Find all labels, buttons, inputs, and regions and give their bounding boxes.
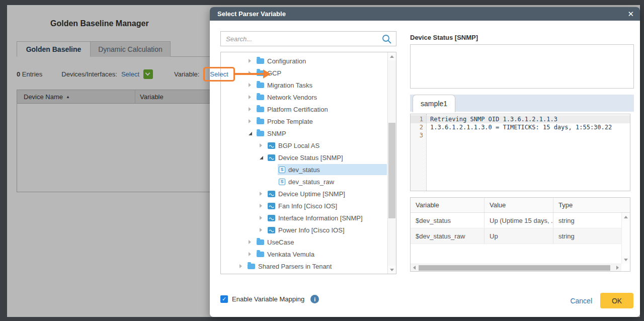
- variable-icon: [279, 167, 285, 173]
- tree-item-snmp[interactable]: SNMP: [221, 127, 387, 139]
- tree-item-migration-tasks[interactable]: Migration Tasks: [221, 79, 387, 91]
- expand-toggle-icon[interactable]: [249, 107, 256, 111]
- enable-mapping-label: Enable Variable Mapping: [232, 295, 304, 303]
- code-line: 1.3.6.1.2.1.1.3.0 = TIMETICKS: 15 days, …: [427, 123, 630, 131]
- variable-row[interactable]: $dev_statusUp (Uptime 15 days, ...string: [411, 213, 630, 228]
- tree-item-usecase[interactable]: UseCase: [221, 236, 387, 248]
- cancel-button[interactable]: Cancel: [570, 297, 592, 305]
- close-icon[interactable]: ✕: [627, 7, 634, 21]
- scroll-down-icon[interactable]: [622, 256, 630, 264]
- expand-toggle-icon[interactable]: [249, 240, 256, 244]
- tree-item-label: Configuration: [267, 57, 306, 65]
- tree-item-label: Network Vendors: [267, 94, 317, 101]
- parser-icon: [268, 227, 275, 233]
- tree-scrollbar[interactable]: [387, 52, 396, 274]
- tree-item-dev-status[interactable]: dev_status: [221, 164, 387, 176]
- search-icon[interactable]: [381, 34, 392, 47]
- tree-item-device-uptime-snmp-[interactable]: Device Uptime [SNMP]: [221, 188, 387, 200]
- tree-item-label: Device Status [SNMP]: [278, 154, 343, 162]
- type-cell: string: [553, 228, 614, 244]
- select-parser-variable-dialog: Select Parser Variable ✕ ConfigurationGC…: [210, 7, 640, 317]
- expand-toggle-icon[interactable]: [249, 95, 256, 99]
- tree-item-label: Probe Template: [267, 118, 313, 125]
- expand-toggle-icon[interactable]: [260, 192, 267, 196]
- parser-icon: [268, 154, 275, 161]
- scroll-left-icon[interactable]: [411, 264, 418, 271]
- tree-item-label: Interface Information [SNMP]: [278, 214, 363, 222]
- parser-description-box[interactable]: [410, 44, 634, 89]
- sample-code-editor[interactable]: 123 Retrieving SNMP OID 1.3.6.1.2.1.1.31…: [410, 114, 630, 191]
- parser-icon: [268, 215, 275, 221]
- code-lines[interactable]: Retrieving SNMP OID 1.3.6.1.2.1.1.31.3.6…: [427, 114, 630, 191]
- tree-item-network-vendors[interactable]: Network Vendors: [221, 91, 387, 103]
- column-value[interactable]: Value: [485, 198, 553, 212]
- value-cell: Up: [485, 228, 553, 244]
- tree-item-label: Fan Info [Cisco IOS]: [278, 202, 337, 210]
- expand-toggle-icon[interactable]: [239, 264, 247, 268]
- column-type[interactable]: Type: [553, 198, 614, 212]
- folder-icon: [248, 264, 255, 269]
- tree-item-device-status-snmp-[interactable]: Device Status [SNMP]: [221, 151, 387, 164]
- expand-toggle-icon[interactable]: [260, 216, 267, 220]
- variables-table-hscrollbar[interactable]: [411, 264, 621, 271]
- tree-item-label: BGP Local AS: [278, 142, 319, 149]
- ok-button[interactable]: OK: [600, 293, 633, 308]
- variable-select-highlight: Select: [203, 67, 234, 82]
- collapse-toggle-icon[interactable]: [260, 156, 267, 159]
- tree-item-fan-info-cisco-ios-[interactable]: Fan Info [Cisco IOS]: [221, 200, 387, 212]
- variable-row[interactable]: $dev_status_rawUpstring: [411, 228, 630, 244]
- tree-item-dev-status-raw[interactable]: dev_status_raw: [221, 176, 387, 188]
- expand-toggle-icon[interactable]: [249, 83, 256, 87]
- expand-toggle-icon[interactable]: [249, 252, 256, 256]
- expand-toggle-icon[interactable]: [260, 204, 267, 208]
- tree-item-platform-certification[interactable]: Platform Certification: [221, 103, 387, 115]
- folder-icon: [257, 83, 264, 88]
- dialog-title: Select Parser Variable: [217, 10, 286, 18]
- expand-toggle-icon[interactable]: [260, 228, 267, 232]
- scroll-up-icon[interactable]: [388, 52, 396, 60]
- tree-item-power-info-cisco-ios-[interactable]: Power Info [Cisco IOS]: [221, 224, 387, 236]
- tree-item-label: Power Info [Cisco IOS]: [278, 226, 345, 234]
- collapse-toggle-icon[interactable]: [249, 132, 256, 135]
- folder-icon: [257, 119, 264, 124]
- scroll-right-icon[interactable]: [614, 264, 621, 271]
- tree-item-bgp-local-as[interactable]: BGP Local AS: [221, 139, 387, 151]
- tree-item-label: UseCase: [267, 238, 294, 246]
- search-input[interactable]: [221, 32, 396, 46]
- tree-item-configuration[interactable]: Configuration: [221, 55, 387, 67]
- scrollbar-thumb[interactable]: [388, 123, 395, 218]
- tree-item-label: dev_status_raw: [288, 178, 334, 186]
- info-icon[interactable]: i: [310, 295, 319, 303]
- folder-icon: [257, 95, 264, 100]
- scroll-down-icon[interactable]: [388, 266, 396, 274]
- tree-item-probe-template[interactable]: Probe Template: [221, 115, 387, 127]
- variable-select-link[interactable]: Select: [210, 70, 228, 78]
- variables-table-header: VariableValueType: [411, 198, 630, 213]
- annotation-arrow-icon: [235, 73, 263, 75]
- folder-icon: [257, 58, 264, 64]
- expand-toggle-icon[interactable]: [260, 143, 267, 147]
- tree-item-interface-information-snmp-[interactable]: Interface Information [SNMP]: [221, 212, 387, 224]
- line-number-gutter: 123: [411, 114, 427, 191]
- column-variable[interactable]: Variable: [411, 198, 485, 212]
- code-line: [427, 131, 630, 139]
- folder-icon: [257, 239, 264, 245]
- enable-mapping-checkbox[interactable]: ✓: [220, 295, 228, 303]
- scroll-up-icon[interactable]: [622, 213, 630, 221]
- scrollbar-thumb[interactable]: [419, 265, 610, 271]
- expand-toggle-icon[interactable]: [249, 119, 256, 123]
- tree-item-shared-parsers-in-tenant[interactable]: Shared Parsers in Tenant: [221, 260, 387, 272]
- parser-tree: ConfigurationGCPMigration TasksNetwork V…: [220, 52, 396, 274]
- value-cell: Up (Uptime 15 days, ...: [485, 213, 553, 228]
- enable-mapping-row: ✓ Enable Variable Mapping i: [220, 295, 319, 303]
- variable-cell: $dev_status_raw: [411, 228, 485, 244]
- expand-toggle-icon[interactable]: [249, 59, 256, 63]
- line-number: 1: [411, 115, 426, 123]
- variables-table-vscrollbar[interactable]: [621, 213, 630, 264]
- tree-item-label: Venkata Vemula: [267, 251, 314, 258]
- line-number: 2: [411, 123, 423, 131]
- type-cell: string: [553, 213, 614, 228]
- tree-item-venkata-vemula[interactable]: Venkata Vemula: [221, 248, 387, 260]
- tab-sample1[interactable]: sample1: [413, 95, 455, 112]
- parser-icon: [268, 142, 275, 149]
